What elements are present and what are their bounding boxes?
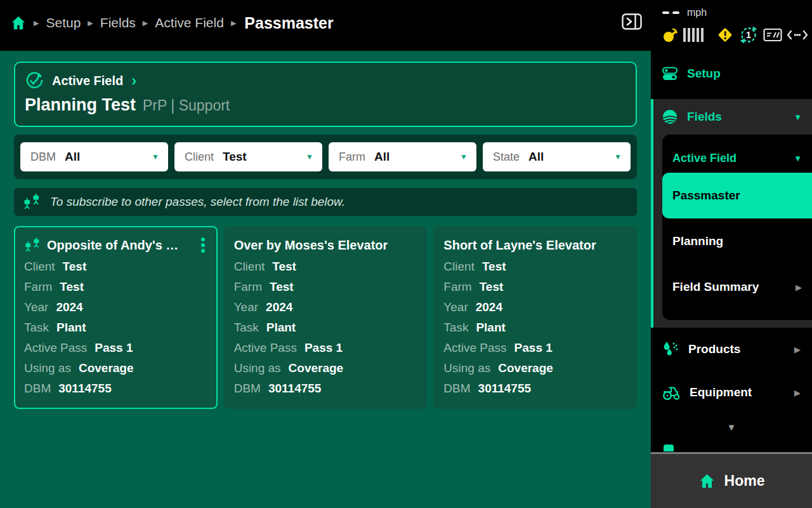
row-value: Pass 1: [304, 341, 343, 355]
breadcrumb-fields[interactable]: Fields: [100, 15, 136, 30]
row-value: 30114755: [478, 382, 532, 396]
breadcrumb-active-field[interactable]: Active Field: [155, 15, 224, 30]
breadcrumb-setup[interactable]: Setup: [46, 15, 81, 30]
row-value: 30114755: [58, 382, 112, 396]
home-button[interactable]: Home: [651, 452, 812, 508]
chevron-right-icon: ▶: [794, 388, 801, 398]
breadcrumb-current-page: Passmaster: [244, 14, 333, 32]
field-rows-icon: [662, 109, 678, 125]
pass-card[interactable]: Short of Layne's Elevator ClientTest Far…: [433, 226, 637, 409]
row-label: Farm: [234, 280, 262, 294]
app-window: ▶ Setup ▶ Fields ▶ Active Field ▶ Passma…: [0, 0, 812, 508]
sidebar-item-active-field[interactable]: Active Field ▼: [662, 144, 812, 173]
sidebar-item-label: Equipment: [690, 385, 752, 399]
pass-card-selected[interactable]: Opposite of Andy's … ClientTest FarmTest…: [14, 226, 218, 409]
display-icon: [763, 27, 782, 43]
sidebar-item-fields[interactable]: Fields ▼: [653, 99, 812, 135]
breadcrumb-separator-icon: ▶: [231, 19, 236, 27]
active-field-card[interactable]: Active Field › Planning Test PrP | Suppo…: [14, 62, 637, 127]
sidebar-item-planning[interactable]: Planning: [662, 218, 812, 264]
row-label: Client: [443, 260, 475, 274]
pass-card-title: Over by Moses's Elevator: [234, 238, 388, 253]
dropdown-value: Test: [223, 150, 247, 164]
row-label: Using as: [24, 361, 71, 375]
home-icon: [698, 472, 716, 490]
row-value: Coverage: [289, 361, 344, 375]
sidebar-item-setup[interactable]: Setup: [651, 56, 812, 91]
chevron-down-icon: ▼: [794, 112, 802, 122]
sidebar-item-label: Field Summary: [672, 280, 759, 294]
row-label: DBM: [234, 382, 261, 396]
dropdown-label: Client: [185, 150, 214, 164]
main-content: Active Field › Planning Test PrP | Suppo…: [0, 51, 651, 508]
scroll-down-icon[interactable]: ▼: [651, 422, 812, 434]
row-label: Using as: [443, 361, 490, 375]
row-label: Client: [234, 260, 265, 274]
row-value: 2024: [56, 300, 82, 314]
sidebar-item-label: Active Field: [672, 152, 737, 165]
breadcrumb: ▶ Setup ▶ Fields ▶ Active Field ▶ Passma…: [10, 9, 334, 37]
state-dropdown[interactable]: State All ▼: [483, 142, 631, 171]
passes-icon: [23, 193, 41, 211]
pass-card-title: Short of Layne's Elevator: [443, 238, 596, 253]
breadcrumb-separator-icon: ▶: [34, 19, 39, 27]
row-label: Active Pass: [234, 341, 297, 355]
clipped-menu-item-icon: [664, 444, 674, 451]
chevron-right-icon[interactable]: ›: [131, 73, 136, 88]
row-label: Task: [24, 321, 49, 335]
speed-unit: mph: [687, 7, 707, 18]
data-exchange-icon: [787, 30, 808, 40]
sync-counter-icon[interactable]: 1: [738, 25, 759, 45]
dropdown-label: DBM: [30, 150, 56, 164]
active-field-heading: Active Field: [52, 74, 123, 88]
signal-bars-icon: [683, 28, 704, 42]
row-value: 30114755: [268, 382, 322, 396]
active-field-check-icon: [25, 71, 44, 90]
row-value: Plant: [56, 321, 86, 335]
row-label: Task: [234, 321, 259, 335]
breadcrumb-separator-icon: ▶: [88, 19, 93, 27]
row-label: Client: [24, 260, 55, 274]
row-value: 2024: [266, 300, 292, 314]
passes-icon: [24, 237, 41, 253]
tractor-icon: [662, 384, 681, 401]
chevron-right-icon: ▶: [796, 283, 802, 292]
row-value: Plant: [476, 321, 505, 335]
chevron-right-icon: ▶: [794, 345, 801, 354]
dropdown-value: All: [65, 150, 80, 164]
row-label: Year: [24, 300, 48, 314]
dropdown-value: All: [374, 150, 390, 164]
row-value: Pass 1: [514, 341, 553, 355]
sidebar-item-field-summary[interactable]: Field Summary ▶: [662, 264, 812, 310]
dropdown-label: State: [493, 150, 520, 164]
row-label: Year: [234, 300, 258, 314]
speed-dash: [662, 11, 669, 14]
home-icon[interactable]: [10, 15, 27, 31]
sidebar-item-label: Fields: [687, 110, 722, 124]
sidebar-section-fields: Fields ▼ Active Field ▼ Passmaster Plann…: [651, 99, 812, 328]
sidebar-item-equipment[interactable]: Equipment ▶: [651, 371, 812, 414]
chevron-down-icon: ▼: [794, 154, 802, 163]
row-label: Farm: [24, 280, 52, 294]
fields-submenu: Active Field ▼ Passmaster Planning Field…: [662, 135, 812, 320]
pass-card[interactable]: Over by Moses's Elevator ClientTest Farm…: [224, 226, 428, 409]
sidebar-item-label: Products: [688, 342, 740, 356]
dbm-dropdown[interactable]: DBM All ▼: [20, 142, 168, 171]
warning-icon[interactable]: [716, 26, 734, 44]
row-value: 2024: [476, 300, 502, 314]
row-value: Test: [272, 260, 296, 274]
sidebar-item-products[interactable]: Products ▶: [651, 328, 812, 371]
row-value: Test: [480, 280, 504, 294]
row-value: Pass 1: [95, 341, 133, 355]
caret-down-icon: ▼: [460, 152, 468, 161]
kebab-menu-icon[interactable]: [199, 236, 207, 254]
farm-dropdown[interactable]: Farm All ▼: [329, 142, 476, 171]
row-label: Using as: [234, 361, 281, 375]
sidebar-item-passmaster[interactable]: Passmaster: [662, 173, 812, 218]
collapse-panel-icon[interactable]: [622, 13, 642, 30]
row-value: Test: [482, 260, 506, 274]
row-value: Plant: [266, 321, 296, 335]
client-dropdown[interactable]: Client Test ▼: [174, 142, 322, 171]
droplets-icon: [662, 340, 679, 358]
row-label: Farm: [443, 280, 471, 294]
